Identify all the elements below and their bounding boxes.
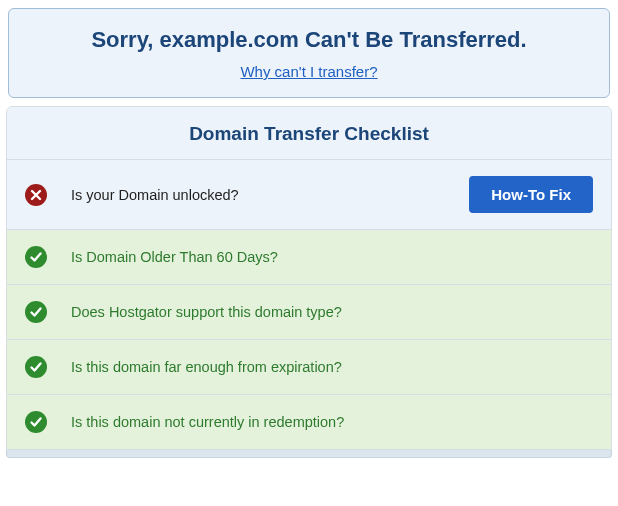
cross-icon	[25, 184, 47, 206]
footer-bar	[6, 450, 612, 458]
alert-title: Sorry, example.com Can't Be Transferred.	[21, 27, 597, 53]
how-to-fix-button[interactable]: How-To Fix	[469, 176, 593, 213]
checklist-title: Domain Transfer Checklist	[7, 107, 611, 160]
checklist-row: Is this domain not currently in redempti…	[7, 395, 611, 449]
transfer-alert: Sorry, example.com Can't Be Transferred.…	[8, 8, 610, 98]
checklist-row-text: Is Domain Older Than 60 Days?	[71, 249, 593, 265]
checklist-row: Is your Domain unlocked? How-To Fix	[7, 160, 611, 230]
checklist-row-text: Is this domain not currently in redempti…	[71, 414, 593, 430]
checklist-row-text: Is this domain far enough from expiratio…	[71, 359, 593, 375]
check-icon	[25, 301, 47, 323]
check-icon	[25, 356, 47, 378]
check-icon	[25, 246, 47, 268]
checklist-box: Domain Transfer Checklist Is your Domain…	[6, 106, 612, 450]
checklist-row-text: Is your Domain unlocked?	[71, 187, 469, 203]
checklist-row-text: Does Hostgator support this domain type?	[71, 304, 593, 320]
check-icon	[25, 411, 47, 433]
why-cant-transfer-link[interactable]: Why can't I transfer?	[240, 63, 377, 80]
checklist-row: Is this domain far enough from expiratio…	[7, 340, 611, 395]
checklist-row: Does Hostgator support this domain type?	[7, 285, 611, 340]
checklist-row: Is Domain Older Than 60 Days?	[7, 230, 611, 285]
